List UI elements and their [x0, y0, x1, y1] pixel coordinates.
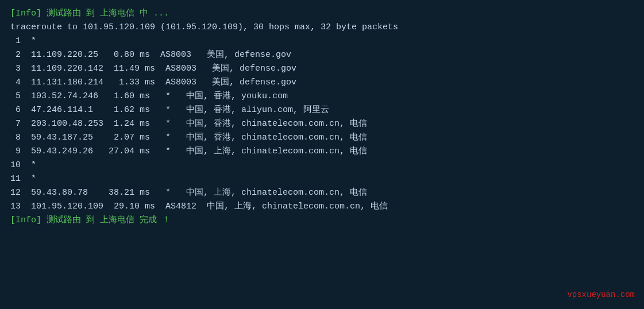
- terminal-line: 11 *: [10, 172, 634, 186]
- terminal: [Info] 测试路由 到 上海电信 中 ...traceroute to 10…: [0, 0, 644, 309]
- watermark: vpsxueyuan.com: [567, 288, 635, 301]
- terminal-line: 13 101.95.120.109 29.10 ms AS4812 中国, 上海…: [10, 200, 634, 214]
- terminal-line: 5 103.52.74.246 1.60 ms * 中国, 香港, youku.…: [10, 90, 634, 103]
- terminal-line: 9 59.43.249.26 27.04 ms * 中国, 上海, chinat…: [10, 145, 634, 159]
- terminal-line: [Info] 测试路由 到 上海电信 中 ...: [10, 7, 634, 21]
- terminal-line: 10 *: [10, 159, 634, 172]
- terminal-line: 12 59.43.80.78 38.21 ms * 中国, 上海, chinat…: [10, 186, 634, 200]
- terminal-line: [Info] 测试路由 到 上海电信 完成 ！: [10, 214, 634, 227]
- terminal-line: 3 11.109.220.142 11.49 ms AS8003 美国, def…: [10, 62, 634, 76]
- terminal-line: 4 11.131.180.214 1.33 ms AS8003 美国, defe…: [10, 76, 634, 90]
- terminal-line: 8 59.43.187.25 2.07 ms * 中国, 香港, chinate…: [10, 131, 634, 145]
- terminal-line: 2 11.109.220.25 0.80 ms AS8003 美国, defen…: [10, 48, 634, 62]
- terminal-line: 1 *: [10, 34, 634, 48]
- terminal-line: 6 47.246.114.1 1.62 ms * 中国, 香港, aliyun.…: [10, 103, 634, 117]
- terminal-line: 7 203.100.48.253 1.24 ms * 中国, 香港, china…: [10, 117, 634, 131]
- terminal-line: traceroute to 101.95.120.109 (101.95.120…: [10, 21, 634, 34]
